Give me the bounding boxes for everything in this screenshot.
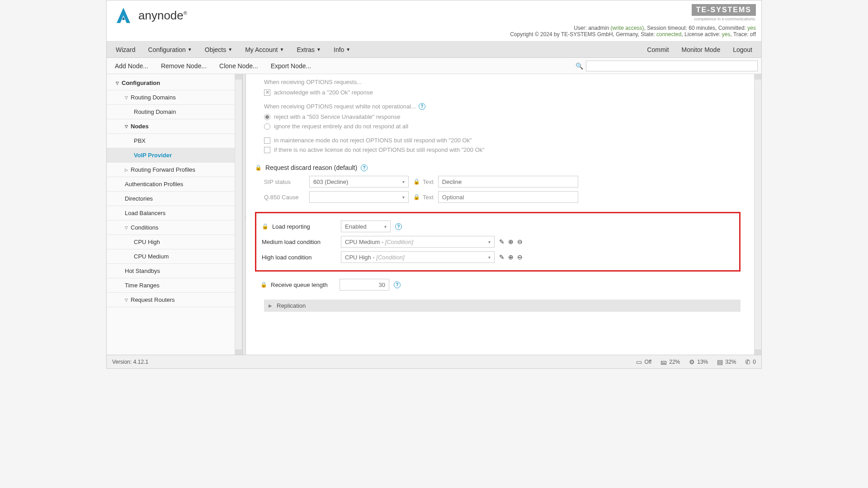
tree-conditions[interactable]: ▽Conditions <box>107 221 235 235</box>
tree-configuration[interactable]: ▽Configuration <box>107 76 235 90</box>
q850-select[interactable]: ▾ <box>309 191 409 203</box>
menu-extras[interactable]: Extras▼ <box>291 42 326 57</box>
tree-cpu-high[interactable]: CPU High <box>107 235 235 249</box>
app-header: anynode® TE-SYSTEMS competence in e-comm… <box>107 0 761 42</box>
no-license-checkbox[interactable]: if there is no active license do not rej… <box>264 146 741 153</box>
decline-text-input[interactable] <box>438 176 578 188</box>
status-cpu: ⚙13% <box>689 358 708 366</box>
tree-hot-standbys[interactable]: Hot Standbys <box>107 264 235 278</box>
add-node-button[interactable]: Add Node... <box>110 60 153 72</box>
expand-icon: ▷ <box>125 168 128 172</box>
medium-load-label: Medium load condition <box>262 239 336 245</box>
tree-time-ranges[interactable]: Time Ranges <box>107 278 235 293</box>
logo-text: anynode® <box>138 9 187 23</box>
medium-load-select[interactable]: CPU Medium - [Condition] ▾ <box>341 236 495 248</box>
te-systems-logo: TE-SYSTEMS <box>692 4 756 16</box>
q850-label: Q.850 Cause <box>264 194 305 201</box>
menu-monitor-mode[interactable]: Monitor Mode <box>676 42 726 57</box>
tree-voip-provider[interactable]: VoIP Provider <box>107 148 235 163</box>
disk-icon: 🖴 <box>660 358 667 366</box>
remove-icon[interactable]: ⊖ <box>517 238 523 245</box>
edit-icon[interactable]: ✎ <box>499 253 505 261</box>
ack-200-checkbox[interactable]: ✕ acknowledge with a "200 Ok" reponse <box>264 89 741 96</box>
anynode-logo-icon <box>112 4 135 27</box>
menu-configuration[interactable]: Configuration▼ <box>143 42 198 57</box>
lock-icon: 🔒 <box>262 223 269 230</box>
chevron-down-icon: ▾ <box>384 224 387 229</box>
tree-load-balancers[interactable]: Load Balancers <box>107 206 235 221</box>
memory-icon: ▤ <box>717 358 723 366</box>
tree-directories[interactable]: Directories <box>107 192 235 206</box>
help-icon[interactable]: ? <box>394 282 401 288</box>
tree-routing-domain[interactable]: Routing Domain <box>107 105 235 119</box>
help-icon[interactable]: ? <box>395 223 402 230</box>
checkbox-checked-icon: ✕ <box>264 89 270 96</box>
collapse-icon: ▽ <box>125 225 128 230</box>
content-scrollbar[interactable] <box>754 74 761 355</box>
tree-auth-profiles[interactable]: Authentication Profiles <box>107 177 235 192</box>
ignore-request-radio[interactable]: ignore the request entirely and do not r… <box>264 123 741 130</box>
status-calls: ✆0 <box>745 358 756 366</box>
high-load-label: High load condition <box>262 254 336 261</box>
options-heading: When receiving OPTIONS requests... <box>264 79 741 85</box>
reject-503-radio[interactable]: reject with a "503 Service Unavailable" … <box>264 113 741 120</box>
menu-objects[interactable]: Objects▼ <box>199 42 238 57</box>
chevron-down-icon: ▾ <box>402 179 405 184</box>
load-reporting-label: 🔒 Load reporting <box>262 223 336 230</box>
menu-commit[interactable]: Commit <box>642 42 674 57</box>
q850-text-input[interactable] <box>438 191 578 203</box>
cpu-icon: ⚙ <box>689 358 695 366</box>
help-icon[interactable]: ? <box>361 164 368 171</box>
status-memory: ▤32% <box>717 358 736 366</box>
menu-my-account[interactable]: My Account▼ <box>240 42 289 57</box>
menu-logout[interactable]: Logout <box>727 42 758 57</box>
lock-icon: 🔒 <box>255 164 262 171</box>
tree-pbx[interactable]: PBX <box>107 134 235 148</box>
tree-routing-domains[interactable]: ▽Routing Domains <box>107 90 235 105</box>
clone-node-button[interactable]: Clone Node... <box>215 60 263 72</box>
checkbox-unchecked-icon <box>264 147 270 153</box>
search-input[interactable] <box>586 61 758 71</box>
tree-routing-forward-profiles[interactable]: ▷Routing Forward Profiles <box>107 163 235 177</box>
caret-down-icon: ▼ <box>280 47 284 52</box>
sip-status-label: SIP status <box>264 178 305 185</box>
lock-icon: 🔒 <box>413 194 420 200</box>
menu-info[interactable]: Info▼ <box>328 42 356 57</box>
help-icon[interactable]: ? <box>419 103 425 110</box>
copyright-line: Copyright © 2024 by TE-SYSTEMS GmbH, Ger… <box>510 31 756 38</box>
add-icon[interactable]: ⊕ <box>508 238 514 245</box>
main-menubar: Wizard Configuration▼ Objects▼ My Accoun… <box>107 42 761 58</box>
edit-icon[interactable]: ✎ <box>499 238 505 245</box>
te-systems-tagline: competence in e-communications. <box>510 17 756 21</box>
add-icon[interactable]: ⊕ <box>508 253 514 261</box>
tree-nodes[interactable]: ▽Nodes <box>107 119 235 134</box>
menu-wizard[interactable]: Wizard <box>110 42 141 57</box>
discard-reason-title: 🔒 Request discard reason (default) ? <box>255 164 741 171</box>
sidebar-scrollbar[interactable] <box>235 74 242 355</box>
collapse-icon: ▽ <box>116 81 119 85</box>
chevron-down-icon: ▾ <box>402 195 405 200</box>
sip-status-select[interactable]: 603 (Decline)▾ <box>309 176 409 188</box>
splitter[interactable] <box>242 74 246 355</box>
lock-icon: 🔒 <box>260 282 267 288</box>
logo[interactable]: anynode® <box>112 4 187 27</box>
load-reporting-select[interactable]: Enabled▾ <box>341 221 391 232</box>
export-node-button[interactable]: Export Node... <box>266 60 316 72</box>
maintenance-mode-checkbox[interactable]: in maintenance mode do not reject OPTION… <box>264 137 741 144</box>
user-info-line: User: anadmin (write access), Session ti… <box>510 25 756 31</box>
caret-down-icon: ▼ <box>316 47 321 52</box>
node-toolbar: Add Node... Remove Node... Clone Node...… <box>107 58 761 74</box>
high-load-select[interactable]: CPU High - [Condition] ▾ <box>341 251 495 263</box>
remove-icon[interactable]: ⊖ <box>517 253 523 261</box>
replication-section[interactable]: ▶ Replication <box>264 300 741 312</box>
queue-length-label: 🔒 Receive queue length <box>260 282 335 288</box>
collapse-icon: ▽ <box>125 298 128 302</box>
search-icon[interactable]: 🔍 <box>576 62 583 70</box>
main-content: When receiving OPTIONS requests... ✕ ack… <box>246 74 754 355</box>
queue-length-input[interactable] <box>340 279 389 291</box>
remove-node-button[interactable]: Remove Node... <box>156 60 211 72</box>
sidebar-tree[interactable]: ▽Configuration ▽Routing Domains Routing … <box>107 74 235 355</box>
tree-request-routers[interactable]: ▽Request Routers <box>107 293 235 307</box>
chevron-down-icon: ▾ <box>488 255 491 260</box>
tree-cpu-medium[interactable]: CPU Medium <box>107 249 235 264</box>
